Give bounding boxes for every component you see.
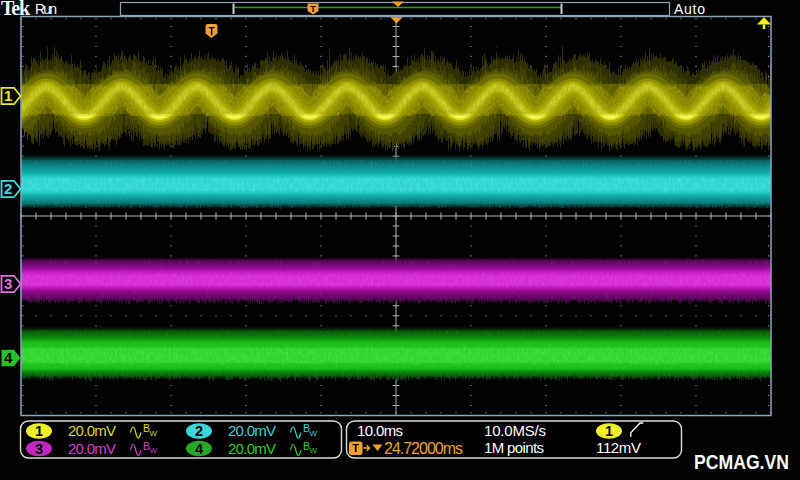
svg-text:10.0ms: 10.0ms <box>357 422 403 439</box>
svg-text:24.72000ms: 24.72000ms <box>384 440 463 457</box>
svg-text:W: W <box>310 446 318 455</box>
svg-text:4: 4 <box>4 349 13 366</box>
svg-text:T: T <box>310 4 316 14</box>
svg-text:Auto: Auto <box>674 1 705 17</box>
svg-text:112mV: 112mV <box>596 439 641 456</box>
svg-text:T: T <box>352 442 359 454</box>
svg-text:20.0mV: 20.0mV <box>68 422 116 439</box>
svg-text:W: W <box>150 446 158 455</box>
svg-text:10.0MS/s: 10.0MS/s <box>484 422 546 439</box>
svg-text:20.0mV: 20.0mV <box>228 440 276 457</box>
svg-text:20.0mV: 20.0mV <box>68 440 116 457</box>
svg-text:Run: Run <box>35 1 57 17</box>
svg-text:W: W <box>310 429 318 438</box>
svg-text:2: 2 <box>195 423 203 439</box>
svg-text:3: 3 <box>35 441 43 457</box>
svg-text:W: W <box>150 429 158 438</box>
svg-text:1: 1 <box>35 423 43 439</box>
svg-text:2: 2 <box>4 180 12 197</box>
svg-text:20.0mV: 20.0mV <box>228 422 276 439</box>
svg-text:1: 1 <box>4 87 12 104</box>
svg-text:T: T <box>208 26 214 37</box>
svg-text:3: 3 <box>4 275 12 292</box>
svg-text:PCMAG.VN: PCMAG.VN <box>694 451 789 473</box>
svg-text:4: 4 <box>195 441 203 457</box>
svg-text:Tek: Tek <box>1 0 31 19</box>
svg-text:1: 1 <box>605 423 613 439</box>
svg-text:1M points: 1M points <box>484 439 544 456</box>
